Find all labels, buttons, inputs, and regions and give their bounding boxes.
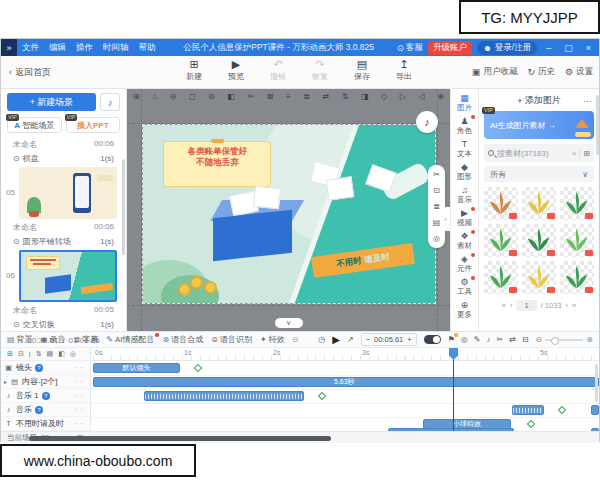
toolbar-button-历史[interactable]: ↻历史 [527, 66, 555, 78]
transition-row[interactable]: ⊙ 交叉切换 1(s) [1, 317, 126, 332]
menu-item[interactable]: 时间轴 [98, 42, 134, 54]
clear-search-icon[interactable]: × [572, 149, 577, 158]
element-tab-工具[interactable]: ⚙工具 [451, 275, 478, 298]
float-tool-icon[interactable]: ≣ [433, 202, 440, 211]
help-icon[interactable]: ? [35, 364, 43, 372]
timeline-action-icon[interactable]: ✎ [474, 335, 481, 344]
track-options[interactable]: ·· [74, 419, 87, 428]
timeline-action-icon[interactable]: ⊟ [522, 335, 529, 344]
music-clip[interactable] [512, 405, 544, 415]
play-button[interactable]: ▶ [332, 334, 340, 345]
transition-row[interactable]: ⊙ 棋盘 1(s) [1, 151, 126, 166]
last-page-button[interactable]: » [572, 301, 576, 310]
minimize-button[interactable]: – [542, 43, 555, 53]
transition-row[interactable]: ⊙ 圆形平铺转场 1(s) [1, 234, 126, 249]
canvas-tool-icon[interactable]: ◨ [361, 92, 369, 101]
toolbar-button-导出[interactable]: ↥导出 [391, 58, 417, 82]
first-page-button[interactable]: « [502, 301, 506, 310]
clip-stub[interactable] [591, 405, 599, 415]
support-button[interactable]: ⊙ 客服 [397, 42, 423, 54]
canvas-tool-icon[interactable]: ≣ [303, 92, 310, 101]
collapse-tools-icon[interactable]: ⊖ [292, 335, 299, 344]
canvas-tool-icon[interactable]: ◻ [189, 92, 196, 101]
menu-item[interactable]: 操作 [71, 42, 98, 54]
canvas-tool-icon[interactable]: ⊕ [437, 92, 444, 101]
add-image-button[interactable]: + 添加图片 ⋯ [484, 93, 594, 108]
track-row-content[interactable]: ▸ ▤ 内容-[2个] ·· [1, 375, 90, 389]
content-clip[interactable]: 5.63秒 [93, 377, 599, 387]
decrease-button[interactable]: − [366, 335, 370, 344]
track-row-text[interactable]: T 不用时请及时 ·· [1, 417, 90, 431]
keyframe-diamond[interactable] [318, 392, 326, 400]
track-options[interactable]: ·· [74, 391, 87, 400]
autoplay-toggle[interactable] [424, 335, 441, 344]
canvas-tool-icon[interactable]: ✂ [247, 92, 254, 101]
canvas-tool-icon[interactable]: ⇅ [342, 92, 349, 101]
timeline-action-icon[interactable]: ⚑ [448, 335, 455, 344]
toolbar-button-恢复[interactable]: ↷恢复 [307, 58, 333, 82]
track-tool-icon[interactable]: ⇅ [36, 350, 42, 358]
smart-scene-button[interactable]: VIP A 智能场景 [7, 117, 62, 133]
toolbar-button-撤销[interactable]: ↶撤销 [265, 58, 291, 82]
canvas-collapse-button[interactable]: ∨ [275, 318, 303, 328]
keyframe-diamond[interactable] [558, 406, 566, 414]
canvas-tool-icon[interactable]: ⊠ [267, 92, 274, 101]
canvas-tool-icon[interactable]: ≡ [286, 92, 291, 101]
track-row-camera[interactable]: ▣ 镜头 ? ·· [1, 361, 90, 375]
element-tab-文本[interactable]: T文本 [451, 137, 478, 160]
element-tab-更多[interactable]: ⊕更多 [451, 298, 478, 321]
timeline-tool-字幕[interactable]: ≣字幕 [74, 334, 99, 345]
timeline-action-icon[interactable]: ✂ [496, 335, 503, 344]
track-area[interactable]: 0s 1s 2s 3s 4s 5s 默认镜头 5.63秒 小球特效 [91, 348, 599, 431]
panel-scrollbar[interactable] [596, 95, 599, 155]
track-tool-icon[interactable]: ◎ [70, 350, 76, 358]
plant-cactus[interactable] [522, 224, 556, 257]
track-tool-icon[interactable]: ⊞ [7, 350, 13, 358]
plant-palm[interactable] [560, 261, 594, 294]
plant-branch[interactable] [484, 187, 518, 220]
plant-grass[interactable] [484, 261, 518, 294]
maximize-button[interactable]: ▢ [560, 43, 577, 53]
float-tool-icon[interactable]: ◎ [433, 234, 440, 243]
element-tab-元件[interactable]: ◈元件 [451, 252, 478, 275]
prev-page-button[interactable]: ‹ [510, 301, 513, 310]
element-tab-视频[interactable]: ▶视频 [451, 206, 478, 229]
search-input[interactable]: 搜素材(37183) [497, 148, 569, 159]
insert-ppt-button[interactable]: VIP 插入PPT [66, 117, 121, 133]
current-page-input[interactable]: 1 [516, 300, 536, 311]
timeline-ruler[interactable]: 0s 1s 2s 3s 4s 5s [91, 348, 599, 361]
scene-music-fab[interactable]: ♪ [416, 111, 438, 133]
zoom-slider[interactable] [545, 339, 583, 341]
zoom-in-icon[interactable]: ⊕ [586, 335, 593, 344]
menu-item[interactable]: 文件 [17, 42, 44, 54]
toolbar-button-设置[interactable]: ⚙设置 [565, 66, 593, 78]
track-options[interactable]: ·· [74, 405, 87, 414]
menu-item[interactable]: 帮助 [134, 42, 161, 54]
menu-item[interactable]: 编辑 [44, 42, 71, 54]
canvas-tool-icon[interactable]: ⊘ [208, 92, 215, 101]
back-home-button[interactable]: ‹ 返回首页 [1, 66, 51, 79]
sidebar-scrollbar[interactable] [122, 159, 125, 255]
track-tool-icon[interactable]: ◧ [58, 350, 65, 358]
scene-stage[interactable]: 各类账单保管好 不随地丢弃 不用时 请及时 [143, 125, 435, 303]
scene-music-button[interactable]: ♪ [100, 93, 120, 111]
canvas-tool-icon[interactable]: ◧ [227, 92, 235, 101]
canvas-tool-icon[interactable]: ⊞ [133, 92, 140, 101]
close-button[interactable]: × [582, 43, 595, 53]
plant-leaf[interactable] [484, 224, 518, 257]
clock-icon[interactable]: ◷ [318, 335, 325, 344]
filter-icon[interactable]: ⊞ [579, 149, 590, 158]
ai-image-banner[interactable]: VIP AI生成图片素材 → [484, 111, 594, 139]
element-tab-图片[interactable]: ▦图片 [451, 91, 478, 114]
toolbar-button-用户收藏[interactable]: ▣用户收藏 [472, 66, 518, 78]
plant-corn[interactable] [522, 187, 556, 220]
plant-banana[interactable] [522, 261, 556, 294]
new-scene-button[interactable]: + 新建场景 [7, 93, 96, 111]
timeline-action-icon[interactable]: ◎ [461, 335, 468, 344]
toolbar-button-新建[interactable]: ⊞新建 [181, 58, 207, 82]
track-tool-icon[interactable]: I [29, 351, 31, 358]
element-tab-音乐[interactable]: ♫音乐 [451, 183, 478, 206]
track-options[interactable]: ·· [74, 363, 87, 372]
duration-stepper[interactable]: − 00:05.61 + [361, 333, 417, 346]
timeline-tool-语音识别[interactable]: ⊜语音识别 [211, 334, 252, 345]
